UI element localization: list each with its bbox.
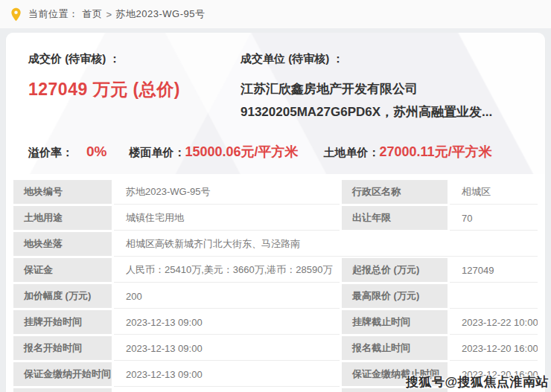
land-price-label: 土地单价： [324,146,380,160]
field-label: 自由报价截止时间 [13,388,112,392]
field-label: 行政区名称 [342,180,448,205]
field-value: 2023-12-20 16:00 [450,336,538,361]
deal-price-block: 成交价 (待审核) ： 127049 万元 (总价) [28,52,241,123]
breadcrumb-current: 苏地2023-WG-95号 [116,7,206,21]
field-label: 起报总价 (万元) [342,258,448,283]
breadcrumb-separator: > [106,9,112,20]
field-value: 2023-12-13 09:00 [114,362,340,387]
watermark-text: 搜狐号@搜狐焦点淮南站 [406,373,549,391]
field-label: 土地用途 [13,206,112,231]
field-value: 2023-12-13 09:00 [114,310,340,335]
field-value: 2023-12-22 10:00 [450,310,538,335]
deal-unit-block: 成交单位 (待审核) ： 江苏汇欣鑫房地产开发有限公司 91320205MA27… [241,52,532,123]
deal-unit-name-line2: 91320205MA27G6PD6X，苏州高融置业发... [241,101,532,124]
field-label: 地块坐落 [13,232,112,257]
field-value: 127049 [450,258,538,283]
breadcrumb: 当前位置： 首页 > 苏地2023-WG-95号 [0,0,551,28]
field-label: 挂牌截止时间 [342,310,448,335]
deal-price-value: 127049 万元 (总价) [28,78,241,101]
price-stats-row: 溢价率： 0% 楼面单价： 15000.06元/平方米 土地单价： 27000.… [28,143,532,161]
field-value: 相城区高铁新城齐门北大街东、马泾路南 [114,232,538,257]
location-pin-icon [10,7,22,22]
floor-price-label: 楼面单价： [129,146,185,160]
field-label: 最高限价 (万元) [342,284,448,309]
field-value: 70 [450,206,538,231]
field-value: 人民币：25410万,美元：3660万,港币：28590万 [114,258,340,283]
premium-rate-value: 0% [86,144,106,160]
field-value: 城镇住宅用地 [114,206,340,231]
field-value: 相城区 [450,180,538,205]
info-table: 地块编号苏地2023-WG-95号行政区名称相城区土地用途城镇住宅用地出让年限7… [13,180,538,392]
breadcrumb-prefix: 当前位置： [28,7,79,21]
field-value: 苏地2023-WG-95号 [114,180,340,205]
breadcrumb-home-link[interactable]: 首页 [83,7,103,21]
field-label: 保证金缴纳开始时间 [13,362,112,387]
field-label: 出让年限 [342,206,448,231]
field-label: 地块编号 [13,180,112,205]
deal-price-label: 成交价 (待审核) ： [28,52,241,66]
field-label: 报名截止时间 [342,336,448,361]
premium-rate-label: 溢价率： [28,146,73,160]
land-price-value: 27000.11元/平方米 [380,143,492,161]
field-label: 保证金 [13,258,112,283]
field-value [450,284,538,309]
field-label: 报名开始时间 [13,336,112,361]
land-parcel-card: 成交价 (待审核) ： 127049 万元 (总价) 成交单位 (待审核) ： … [6,33,545,392]
field-label: 加价幅度 (万元) [13,284,112,309]
field-value: 200 [114,284,340,309]
field-label: 挂牌开始时间 [13,310,112,335]
deal-summary-section: 成交价 (待审核) ： 127049 万元 (总价) 成交单位 (待审核) ： … [6,33,545,174]
field-value: 2023-12-13 09:00 [114,336,340,361]
floor-price-value: 15000.06元/平方米 [185,143,298,161]
deal-unit-name-line1: 江苏汇欣鑫房地产开发有限公司 [241,78,532,101]
deal-unit-label: 成交单位 (待审核) ： [241,52,532,66]
field-value: 2023-12-22 09:00 [114,388,340,392]
